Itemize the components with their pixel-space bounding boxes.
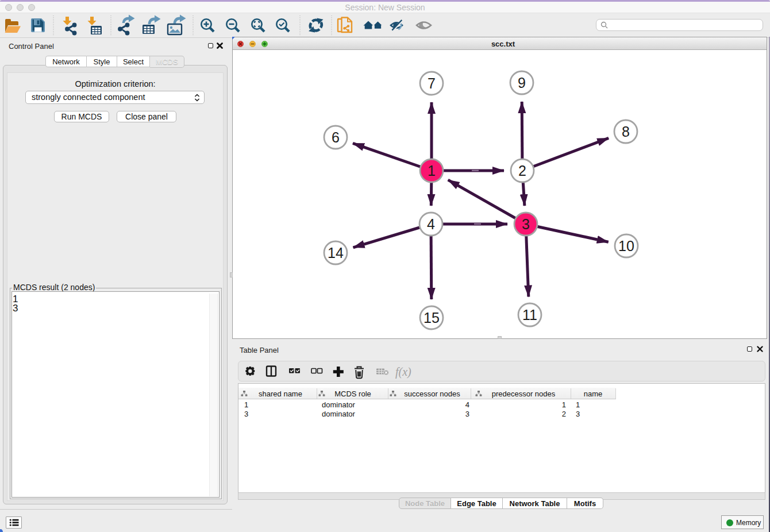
svg-text:15: 15 [424,310,440,326]
svg-text:1: 1 [428,163,436,179]
svg-text:name: name [584,390,603,398]
svg-text:3: 3 [522,216,530,232]
svg-text:14: 14 [328,245,344,261]
svg-text:4: 4 [427,216,435,232]
svg-text:f(x): f(x) [395,365,411,379]
svg-text:shared name: shared name [259,390,302,398]
svg-text:2: 2 [518,163,526,179]
svg-text:7: 7 [428,75,436,91]
svg-text:8: 8 [622,124,630,140]
svg-text:9: 9 [518,75,526,91]
svg-text:10: 10 [618,238,634,254]
svg-text:predecessor nodes: predecessor nodes [492,390,556,398]
svg-text:successor nodes: successor nodes [404,390,460,398]
svg-text:6: 6 [332,129,340,145]
svg-text:MCDS role: MCDS role [334,390,371,398]
svg-text:11: 11 [522,307,537,323]
